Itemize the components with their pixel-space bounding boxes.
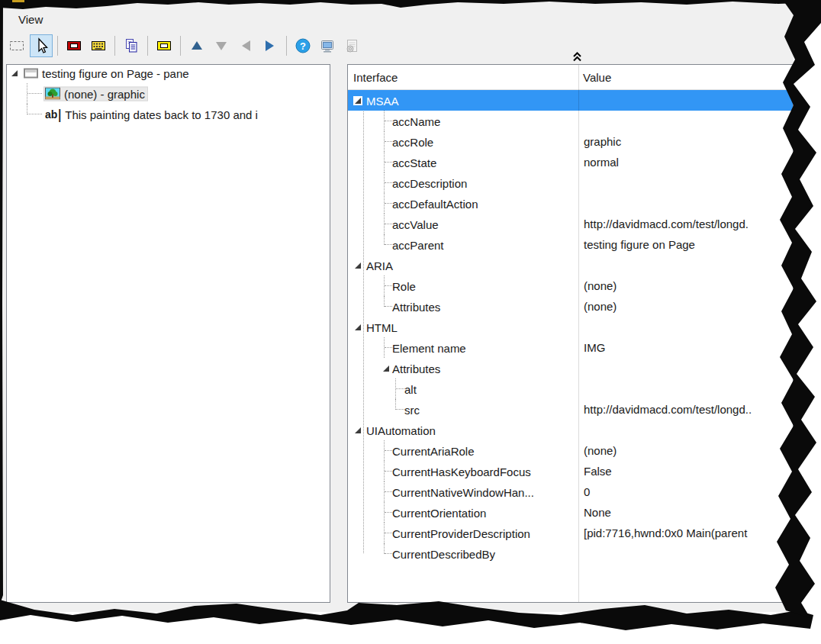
grid-row[interactable]: accValuehttp://davidmacd.com/test/longd. [348,214,793,234]
grid-row-value [579,255,793,275]
grid-row-label: CurrentOrientation [392,506,486,519]
grid-row[interactable]: accRolegraphic [348,131,793,152]
tree-connector-line [384,337,392,358]
tree-item-label: (none) - graphic [64,87,145,100]
tree-item[interactable]: ab|This painting dates back to 1730 and … [7,104,330,124]
grid-row[interactable]: srchttp://davidmacd.com/test/longd.. [348,399,793,420]
grid-row-label: Attributes [392,300,440,313]
accessibility-tree-pane[interactable]: testing figure on Page - pane(none) - gr… [6,64,330,603]
column-header-value[interactable]: Value [583,71,611,84]
grid-row[interactable]: HTML [348,317,793,337]
grid-row-label: accParent [392,238,444,251]
grid-row-value [579,172,793,193]
toolbar-separator [286,36,287,56]
column-divider[interactable] [578,65,579,602]
column-header-interface[interactable]: Interface [353,71,398,84]
grid-row[interactable]: CurrentProviderDescription[pid:7716,hwnd… [348,523,793,543]
grid-row[interactable]: ARIA [348,255,793,275]
property-grid-pane[interactable]: Interface Value MSAAaccNameaccRolegraphi… [347,64,794,603]
grid-row-value [579,317,793,337]
grid-row-value [579,90,793,111]
collapse-pane-chevron-icon[interactable] [571,50,583,66]
toolbar-separator [57,36,58,56]
grid-row-value [579,193,793,214]
grid-expander-icon[interactable] [353,261,362,270]
menu-view[interactable]: View [14,11,47,28]
property-grid-header: Interface Value [348,65,793,90]
tree-expander-icon[interactable] [10,69,19,78]
cursor-select-button[interactable] [30,34,53,57]
grid-interface-cell: HTML [348,317,578,337]
grid-row[interactable]: accDefaultAction [348,193,793,214]
nav-down-button[interactable] [210,34,233,57]
triangle-up-icon [188,37,205,54]
grid-row[interactable]: UIAutomation [348,420,793,440]
grid-row[interactable]: accDescription [348,172,793,193]
grid-row-label: accState [392,156,436,169]
settings-doc-button[interactable] [340,34,363,57]
yellow-frame-highlight-button[interactable] [153,34,175,57]
grid-row[interactable]: CurrentOrientationNone [348,502,793,523]
cursor-arrow-icon [33,37,50,54]
grid-row-value [579,358,793,378]
grid-expander-icon[interactable] [353,323,362,332]
monitor-button[interactable] [316,34,339,57]
grid-row-label: CurrentDescribedBy [392,547,495,560]
tree-item[interactable]: (none) - graphic [7,83,330,104]
toolbar-separator [114,36,115,56]
tree-item[interactable]: testing figure on Page - pane [7,64,330,83]
help-button[interactable]: ? [291,34,314,57]
nav-up-button[interactable] [185,34,208,57]
grid-row[interactable]: CurrentDescribedBy [348,543,793,564]
grid-interface-cell: Role [348,275,578,296]
grid-expander-icon[interactable] [353,426,362,435]
grid-interface-cell: accState [348,152,578,172]
grid-row-value [579,420,793,440]
toolbar-separator [147,36,148,56]
grid-row[interactable]: CurrentHasKeyboardFocusFalse [348,461,793,481]
grid-interface-cell: ARIA [348,255,578,275]
grid-row[interactable]: CurrentAriaRole(none) [348,440,793,461]
keypad-icon [90,37,107,54]
grid-row-value: graphic [579,131,793,152]
grid-row[interactable]: accName [348,111,793,131]
monitor-icon [319,37,336,54]
grid-expander-icon[interactable] [353,96,362,105]
yellow-frame-icon [156,37,172,54]
text-caret-icon: ab| [45,108,61,121]
grid-row[interactable]: Attributes(none) [348,296,793,317]
grid-row[interactable]: Role(none) [348,275,793,296]
nav-left-button[interactable] [234,34,257,57]
keypad-panel-button[interactable] [87,34,110,57]
copy-button[interactable] [120,34,143,57]
grid-row-value: http://davidmacd.com/test/longd. [579,214,793,234]
grid-row-value: (none) [579,275,793,296]
gear-doc-icon [343,37,360,54]
grid-row[interactable]: accStatenormal [348,152,793,172]
grid-row[interactable]: Attributes [348,358,793,378]
tree-connector-line [384,523,392,543]
tree-connector-line [27,83,42,104]
window-pane-icon [24,67,39,79]
grid-expander-icon[interactable] [382,364,391,373]
grid-row-label: Element name [392,341,466,354]
triangle-right-icon [262,37,278,54]
red-frame-highlight-button[interactable] [63,34,85,57]
grid-interface-cell: accDescription [348,172,578,193]
grid-row[interactable]: MSAA [348,90,793,111]
triangle-left-icon [237,37,254,54]
grid-row-label: CurrentNativeWindowHan... [392,485,534,498]
grid-interface-cell: Attributes [348,358,578,378]
grid-row[interactable]: CurrentNativeWindowHan...0 [348,481,793,502]
tree-item-label: This painting dates back to 1730 and i [65,108,258,121]
property-grid-body: MSAAaccNameaccRolegraphicaccStatenormala… [348,90,793,602]
grid-row[interactable]: Element nameIMG [348,337,793,358]
grid-row[interactable]: alt [348,378,793,399]
grid-interface-cell: src [348,399,578,420]
grid-row[interactable]: accParenttesting figure on Page [348,234,793,255]
grid-row-label: CurrentHasKeyboardFocus [392,465,531,478]
tree-connector-line [384,131,392,152]
marquee-select-button[interactable] [5,34,28,57]
nav-right-button[interactable] [259,34,282,57]
grid-row-value: 0 [579,481,793,502]
